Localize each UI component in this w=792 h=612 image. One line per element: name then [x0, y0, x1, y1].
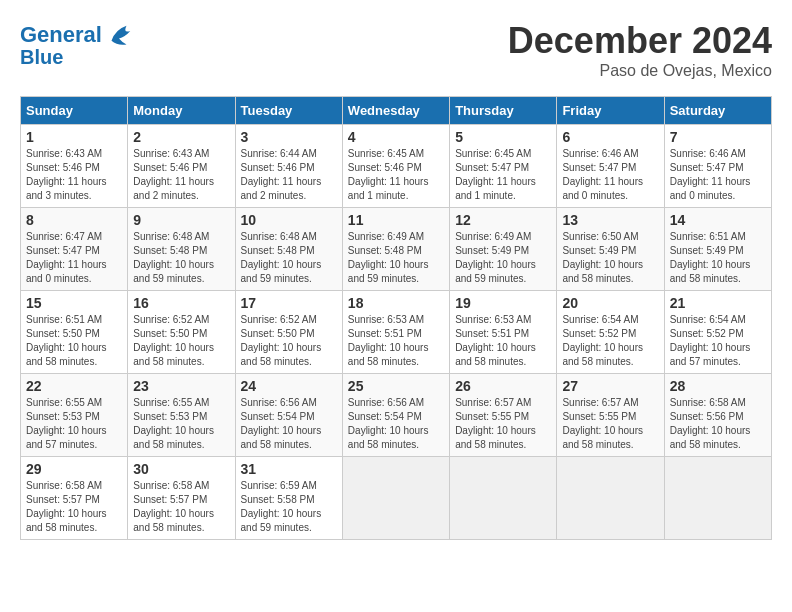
day-number: 8: [26, 212, 122, 228]
day-info: Sunrise: 6:48 AMSunset: 5:48 PMDaylight:…: [241, 231, 322, 284]
day-info: Sunrise: 6:54 AMSunset: 5:52 PMDaylight:…: [670, 314, 751, 367]
day-info: Sunrise: 6:55 AMSunset: 5:53 PMDaylight:…: [133, 397, 214, 450]
calendar-cell: 26 Sunrise: 6:57 AMSunset: 5:55 PMDaylig…: [450, 374, 557, 457]
day-number: 16: [133, 295, 229, 311]
day-number: 21: [670, 295, 766, 311]
weekday-header-friday: Friday: [557, 97, 664, 125]
day-number: 22: [26, 378, 122, 394]
day-number: 24: [241, 378, 337, 394]
day-info: Sunrise: 6:59 AMSunset: 5:58 PMDaylight:…: [241, 480, 322, 533]
day-number: 20: [562, 295, 658, 311]
calendar-cell: 11 Sunrise: 6:49 AMSunset: 5:48 PMDaylig…: [342, 208, 449, 291]
day-info: Sunrise: 6:43 AMSunset: 5:46 PMDaylight:…: [133, 148, 214, 201]
day-info: Sunrise: 6:56 AMSunset: 5:54 PMDaylight:…: [348, 397, 429, 450]
day-number: 30: [133, 461, 229, 477]
calendar-cell: [664, 457, 771, 540]
calendar-cell: 25 Sunrise: 6:56 AMSunset: 5:54 PMDaylig…: [342, 374, 449, 457]
day-number: 7: [670, 129, 766, 145]
day-info: Sunrise: 6:54 AMSunset: 5:52 PMDaylight:…: [562, 314, 643, 367]
calendar-cell: 4 Sunrise: 6:45 AMSunset: 5:46 PMDayligh…: [342, 125, 449, 208]
calendar-cell: 20 Sunrise: 6:54 AMSunset: 5:52 PMDaylig…: [557, 291, 664, 374]
calendar-cell: 27 Sunrise: 6:57 AMSunset: 5:55 PMDaylig…: [557, 374, 664, 457]
weekday-header-row: SundayMondayTuesdayWednesdayThursdayFrid…: [21, 97, 772, 125]
calendar-cell: 17 Sunrise: 6:52 AMSunset: 5:50 PMDaylig…: [235, 291, 342, 374]
calendar-week-4: 22 Sunrise: 6:55 AMSunset: 5:53 PMDaylig…: [21, 374, 772, 457]
day-number: 12: [455, 212, 551, 228]
calendar-cell: 19 Sunrise: 6:53 AMSunset: 5:51 PMDaylig…: [450, 291, 557, 374]
day-info: Sunrise: 6:51 AMSunset: 5:49 PMDaylight:…: [670, 231, 751, 284]
day-number: 23: [133, 378, 229, 394]
weekday-header-monday: Monday: [128, 97, 235, 125]
calendar-cell: 10 Sunrise: 6:48 AMSunset: 5:48 PMDaylig…: [235, 208, 342, 291]
logo-text: General: [20, 23, 102, 47]
calendar-cell: 6 Sunrise: 6:46 AMSunset: 5:47 PMDayligh…: [557, 125, 664, 208]
calendar-cell: 31 Sunrise: 6:59 AMSunset: 5:58 PMDaylig…: [235, 457, 342, 540]
day-number: 3: [241, 129, 337, 145]
day-info: Sunrise: 6:43 AMSunset: 5:46 PMDaylight:…: [26, 148, 107, 201]
day-info: Sunrise: 6:55 AMSunset: 5:53 PMDaylight:…: [26, 397, 107, 450]
calendar-cell: 2 Sunrise: 6:43 AMSunset: 5:46 PMDayligh…: [128, 125, 235, 208]
day-number: 29: [26, 461, 122, 477]
day-info: Sunrise: 6:49 AMSunset: 5:49 PMDaylight:…: [455, 231, 536, 284]
day-number: 6: [562, 129, 658, 145]
day-info: Sunrise: 6:57 AMSunset: 5:55 PMDaylight:…: [455, 397, 536, 450]
weekday-header-sunday: Sunday: [21, 97, 128, 125]
weekday-header-wednesday: Wednesday: [342, 97, 449, 125]
calendar-cell: 8 Sunrise: 6:47 AMSunset: 5:47 PMDayligh…: [21, 208, 128, 291]
day-info: Sunrise: 6:46 AMSunset: 5:47 PMDaylight:…: [562, 148, 643, 201]
calendar-cell: 21 Sunrise: 6:54 AMSunset: 5:52 PMDaylig…: [664, 291, 771, 374]
weekday-header-thursday: Thursday: [450, 97, 557, 125]
day-number: 19: [455, 295, 551, 311]
calendar-cell: [342, 457, 449, 540]
day-number: 9: [133, 212, 229, 228]
day-info: Sunrise: 6:57 AMSunset: 5:55 PMDaylight:…: [562, 397, 643, 450]
calendar-cell: 5 Sunrise: 6:45 AMSunset: 5:47 PMDayligh…: [450, 125, 557, 208]
day-info: Sunrise: 6:56 AMSunset: 5:54 PMDaylight:…: [241, 397, 322, 450]
calendar-cell: 12 Sunrise: 6:49 AMSunset: 5:49 PMDaylig…: [450, 208, 557, 291]
calendar-cell: 3 Sunrise: 6:44 AMSunset: 5:46 PMDayligh…: [235, 125, 342, 208]
day-info: Sunrise: 6:44 AMSunset: 5:46 PMDaylight:…: [241, 148, 322, 201]
day-info: Sunrise: 6:53 AMSunset: 5:51 PMDaylight:…: [348, 314, 429, 367]
day-number: 13: [562, 212, 658, 228]
day-info: Sunrise: 6:53 AMSunset: 5:51 PMDaylight:…: [455, 314, 536, 367]
month-title: December 2024: [508, 20, 772, 62]
calendar-cell: 28 Sunrise: 6:58 AMSunset: 5:56 PMDaylig…: [664, 374, 771, 457]
logo: General Blue: [20, 20, 134, 68]
day-number: 11: [348, 212, 444, 228]
calendar-cell: [557, 457, 664, 540]
day-number: 14: [670, 212, 766, 228]
day-info: Sunrise: 6:45 AMSunset: 5:46 PMDaylight:…: [348, 148, 429, 201]
calendar-table: SundayMondayTuesdayWednesdayThursdayFrid…: [20, 96, 772, 540]
calendar-cell: 23 Sunrise: 6:55 AMSunset: 5:53 PMDaylig…: [128, 374, 235, 457]
day-info: Sunrise: 6:58 AMSunset: 5:57 PMDaylight:…: [133, 480, 214, 533]
calendar-week-2: 8 Sunrise: 6:47 AMSunset: 5:47 PMDayligh…: [21, 208, 772, 291]
day-number: 27: [562, 378, 658, 394]
calendar-cell: 24 Sunrise: 6:56 AMSunset: 5:54 PMDaylig…: [235, 374, 342, 457]
title-block: December 2024 Paso de Ovejas, Mexico: [508, 20, 772, 80]
day-info: Sunrise: 6:45 AMSunset: 5:47 PMDaylight:…: [455, 148, 536, 201]
calendar-week-1: 1 Sunrise: 6:43 AMSunset: 5:46 PMDayligh…: [21, 125, 772, 208]
calendar-week-3: 15 Sunrise: 6:51 AMSunset: 5:50 PMDaylig…: [21, 291, 772, 374]
calendar-week-5: 29 Sunrise: 6:58 AMSunset: 5:57 PMDaylig…: [21, 457, 772, 540]
day-info: Sunrise: 6:47 AMSunset: 5:47 PMDaylight:…: [26, 231, 107, 284]
calendar-cell: 14 Sunrise: 6:51 AMSunset: 5:49 PMDaylig…: [664, 208, 771, 291]
page-header: General Blue December 2024 Paso de Oveja…: [20, 20, 772, 80]
day-info: Sunrise: 6:52 AMSunset: 5:50 PMDaylight:…: [133, 314, 214, 367]
day-number: 1: [26, 129, 122, 145]
day-number: 5: [455, 129, 551, 145]
day-info: Sunrise: 6:46 AMSunset: 5:47 PMDaylight:…: [670, 148, 751, 201]
calendar-cell: 30 Sunrise: 6:58 AMSunset: 5:57 PMDaylig…: [128, 457, 235, 540]
day-info: Sunrise: 6:51 AMSunset: 5:50 PMDaylight:…: [26, 314, 107, 367]
calendar-cell: 1 Sunrise: 6:43 AMSunset: 5:46 PMDayligh…: [21, 125, 128, 208]
day-number: 2: [133, 129, 229, 145]
day-info: Sunrise: 6:50 AMSunset: 5:49 PMDaylight:…: [562, 231, 643, 284]
weekday-header-tuesday: Tuesday: [235, 97, 342, 125]
calendar-cell: 16 Sunrise: 6:52 AMSunset: 5:50 PMDaylig…: [128, 291, 235, 374]
day-info: Sunrise: 6:48 AMSunset: 5:48 PMDaylight:…: [133, 231, 214, 284]
calendar-cell: 29 Sunrise: 6:58 AMSunset: 5:57 PMDaylig…: [21, 457, 128, 540]
calendar-cell: 13 Sunrise: 6:50 AMSunset: 5:49 PMDaylig…: [557, 208, 664, 291]
day-number: 28: [670, 378, 766, 394]
day-number: 15: [26, 295, 122, 311]
day-info: Sunrise: 6:52 AMSunset: 5:50 PMDaylight:…: [241, 314, 322, 367]
day-number: 17: [241, 295, 337, 311]
